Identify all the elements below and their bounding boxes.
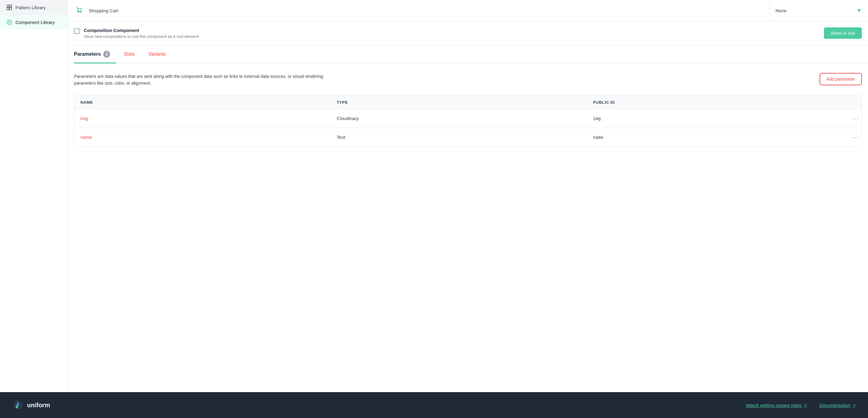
- top-bar: Shopping Cart None ▼: [68, 0, 868, 21]
- composition-description: Allow new compositions to use this compo…: [84, 34, 199, 39]
- documentation-link[interactable]: Documentation ↗: [819, 403, 856, 408]
- gear-icon: [6, 19, 12, 25]
- allow-in-slot-button[interactable]: Allow in slot: [824, 27, 862, 39]
- tab-parameters-badge: 2: [103, 51, 110, 58]
- footer: uniform Watch getting started video ↗ Do…: [0, 392, 868, 418]
- sidebar: Pattern Library Component Library: [0, 0, 68, 392]
- watch-video-label: Watch getting started video: [746, 403, 802, 408]
- add-parameter-button[interactable]: Add parameter: [819, 73, 862, 85]
- tab-parameters-label: Parameters: [74, 51, 101, 57]
- table-row: name Text name ⋯: [74, 128, 862, 146]
- none-label: None: [776, 8, 786, 13]
- composition-checkbox[interactable]: [74, 28, 80, 34]
- composition-text: Composition Component Allow new composit…: [84, 28, 199, 39]
- svg-rect-2: [7, 8, 9, 10]
- parameters-description-text: Parameters are data values that are sent…: [74, 73, 327, 87]
- composition-section: Composition Component Allow new composit…: [68, 21, 868, 45]
- row-2-name[interactable]: name: [74, 129, 331, 145]
- parameters-content: Parameters are data values that are sent…: [68, 64, 868, 156]
- tab-slots-label: Slots: [124, 51, 135, 57]
- shopping-cart-field: Shopping Cart: [68, 0, 769, 21]
- col-header-type: TYPE: [331, 96, 587, 109]
- tabs-section: Parameters 2 Slots Variants: [68, 45, 868, 64]
- tab-variants[interactable]: Variants: [148, 46, 172, 63]
- svg-rect-0: [7, 5, 9, 7]
- table-header: NAME TYPE PUBLIC ID: [74, 96, 862, 109]
- grid-icon: [6, 4, 12, 10]
- col-header-name: NAME: [74, 96, 331, 109]
- footer-brand-name: uniform: [27, 402, 50, 409]
- parameters-table: NAME TYPE PUBLIC ID img Cloudinary img ⋯: [74, 96, 862, 147]
- sidebar-item-pattern-library[interactable]: Pattern Library: [0, 0, 67, 15]
- sidebar-item-label: Component Library: [16, 20, 55, 25]
- external-link-icon-1: ↗: [852, 403, 856, 408]
- watch-video-link[interactable]: Watch getting started video ↗: [746, 403, 807, 408]
- svg-rect-3: [9, 8, 12, 10]
- sidebar-item-component-library[interactable]: Component Library: [0, 15, 67, 30]
- sidebar-item-label: Pattern Library: [16, 5, 45, 10]
- row-1-actions: ⋯: [843, 109, 862, 128]
- row-1-more-options-button[interactable]: ⋯: [849, 115, 862, 122]
- tab-parameters[interactable]: Parameters 2: [74, 45, 116, 63]
- parameters-description-row: Parameters are data values that are sent…: [74, 73, 862, 87]
- footer-logo: uniform: [12, 399, 50, 411]
- table-row: img Cloudinary img ⋯: [74, 109, 862, 128]
- footer-links: Watch getting started video ↗ Documentat…: [746, 403, 856, 408]
- documentation-label: Documentation: [819, 403, 850, 408]
- row-1-type: Cloudinary: [331, 110, 587, 127]
- uniform-logo-icon: [12, 399, 24, 411]
- row-2-public-id: name: [587, 129, 843, 145]
- row-2-type: Text: [331, 129, 587, 145]
- composition-left: Composition Component Allow new composit…: [74, 28, 199, 39]
- composition-title: Composition Component: [84, 28, 199, 33]
- row-1-public-id: img: [587, 110, 843, 127]
- cart-icon-wrapper: [74, 5, 85, 16]
- none-dropdown[interactable]: None ▼: [769, 2, 868, 19]
- dropdown-arrow-icon: ▼: [856, 7, 862, 14]
- row-2-actions: ⋯: [843, 128, 862, 146]
- svg-rect-1: [9, 5, 12, 7]
- cart-label: Shopping Cart: [89, 8, 118, 13]
- row-1-name[interactable]: img: [74, 110, 331, 127]
- col-header-public-id: PUBLIC ID: [587, 96, 843, 109]
- tab-slots[interactable]: Slots: [124, 46, 141, 63]
- col-header-actions: [843, 96, 862, 109]
- main-content: Shopping Cart None ▼ Composition Compone…: [68, 0, 868, 392]
- external-link-icon-0: ↗: [804, 403, 807, 408]
- tab-variants-label: Variants: [148, 51, 166, 57]
- cart-icon: [75, 6, 84, 15]
- row-2-more-options-button[interactable]: ⋯: [849, 134, 862, 141]
